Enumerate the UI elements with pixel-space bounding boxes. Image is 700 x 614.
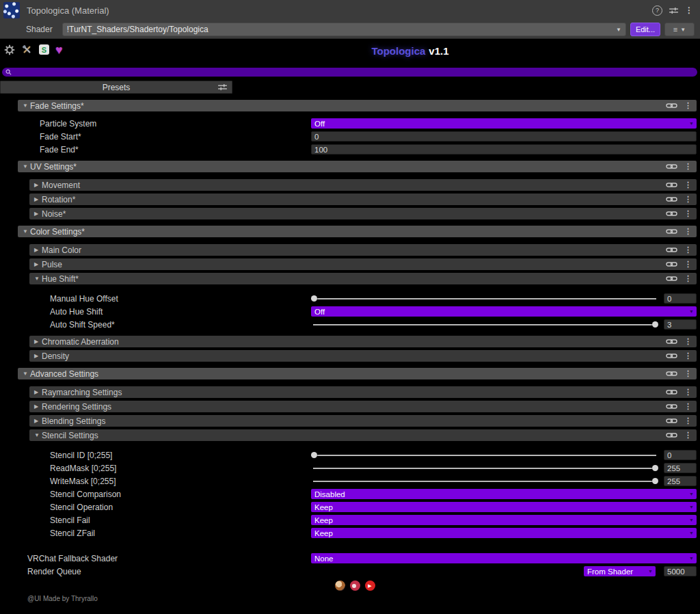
kebab-menu-icon[interactable]: ⋮	[684, 338, 692, 345]
property-row: Stencil Comparison Disabled ▼	[0, 489, 697, 499]
shader-title: Topologicav1.1	[0, 45, 700, 57]
stencil-id-slider[interactable]	[311, 450, 658, 460]
slider-track	[313, 324, 656, 325]
youtube-play-icon[interactable]: ▶	[365, 580, 375, 591]
render-queue-source-dropdown[interactable]: From Shader ▼	[584, 566, 656, 576]
social-links: ▶	[0, 580, 700, 591]
chevron-down-icon: ▼	[689, 492, 694, 496]
link-icon[interactable]	[666, 276, 677, 282]
kebab-menu-icon[interactable]: ⋮	[684, 352, 692, 360]
subsection-header-blending[interactable]: ▶ Blending Settings ⋮	[29, 415, 697, 427]
stencil-zfail-dropdown[interactable]: Keep ▼	[311, 528, 697, 538]
kebab-menu-icon[interactable]: ⋮	[684, 246, 692, 254]
fade-end-input[interactable]	[311, 144, 697, 155]
stencil-id-input[interactable]	[664, 450, 697, 460]
search-bar[interactable]	[2, 68, 697, 77]
slider-knob[interactable]	[652, 321, 658, 328]
window-title: Topologica (Material)	[27, 5, 109, 16]
slider-knob[interactable]	[652, 465, 658, 471]
kebab-menu-icon[interactable]: ⋮	[684, 275, 692, 282]
link-icon[interactable]	[666, 371, 677, 377]
kebab-menu-icon[interactable]: ⋮	[684, 102, 692, 109]
chevron-down-icon: ▼	[689, 518, 694, 522]
kebab-menu-icon[interactable]: ⋮	[684, 261, 692, 268]
kebab-menu-icon[interactable]: ⋮	[684, 388, 692, 396]
kebab-menu-icon[interactable]: ⋮	[684, 181, 692, 189]
kebab-menu-icon[interactable]: ⋮	[684, 228, 692, 235]
kebab-menu-icon[interactable]: ⋮	[684, 417, 692, 425]
shader-label: Shader	[26, 25, 53, 34]
link-icon[interactable]	[666, 432, 677, 438]
link-icon[interactable]	[666, 389, 677, 395]
kebab-menu-icon[interactable]: ⋮	[684, 210, 692, 217]
kebab-menu-icon[interactable]: ⋮	[684, 403, 692, 410]
section-header-fade-settings[interactable]: ▼ Fade Settings* ⋮	[18, 100, 697, 111]
link-icon[interactable]	[666, 228, 677, 235]
property-label: Auto Shift Speed*	[50, 320, 311, 330]
kebab-menu-icon[interactable]: ⋮	[684, 370, 692, 377]
section-header-uv-settings[interactable]: ▼ UV Settings* ⋮	[18, 161, 697, 172]
manual-hue-offset-slider[interactable]	[311, 293, 658, 304]
writemask-input[interactable]	[664, 476, 697, 486]
kebab-menu-icon[interactable]: ⋮	[684, 163, 692, 170]
kebab-menu-icon[interactable]: ⋮	[684, 431, 692, 439]
particle-system-dropdown[interactable]: Off ▼	[311, 118, 697, 129]
slider-knob[interactable]	[652, 478, 658, 484]
section-header-color-settings[interactable]: ▼ Color Settings* ⋮	[18, 226, 697, 237]
subsection-header-rendering[interactable]: ▶ Rendering Settings ⋮	[29, 401, 697, 412]
play-glyph: ▶	[368, 583, 371, 589]
link-icon[interactable]	[666, 353, 677, 359]
link-icon[interactable]	[666, 403, 677, 410]
stencil-fail-dropdown[interactable]: Keep ▼	[311, 515, 697, 525]
subsection-header-noise[interactable]: ▶ Noise* ⋮	[29, 208, 697, 219]
vrchat-fallback-dropdown[interactable]: None ▼	[311, 553, 697, 563]
manual-hue-offset-input[interactable]	[664, 293, 697, 304]
render-queue-input[interactable]	[664, 566, 697, 576]
search-input[interactable]	[14, 68, 694, 77]
link-icon[interactable]	[666, 261, 677, 267]
social-icon-1[interactable]	[335, 580, 345, 591]
presets-icon[interactable]	[669, 7, 678, 14]
presets-button[interactable]: Presets	[0, 81, 232, 94]
link-icon[interactable]	[666, 211, 677, 217]
edit-shader-button[interactable]: Edit...	[630, 23, 660, 36]
help-icon[interactable]: ?	[652, 5, 662, 16]
slider-knob[interactable]	[311, 452, 317, 458]
subsection-header-movement[interactable]: ▶ Movement ⋮	[29, 179, 697, 191]
slider-knob[interactable]	[311, 295, 317, 302]
social-icon-2[interactable]	[350, 580, 360, 591]
property-row: Render Queue From Shader ▼	[0, 566, 697, 576]
link-icon[interactable]	[666, 418, 677, 424]
link-icon[interactable]	[666, 163, 677, 170]
section-header-advanced-settings[interactable]: ▼ Advanced Settings ⋮	[18, 368, 697, 379]
subsection-header-chromatic-aberration[interactable]: ▶ Chromatic Aberration ⋮	[29, 336, 697, 347]
readmask-input[interactable]	[664, 463, 697, 473]
stencil-comparison-dropdown[interactable]: Disabled ▼	[311, 489, 697, 499]
subsection-header-rotation[interactable]: ▶ Rotation* ⋮	[29, 193, 697, 205]
kebab-menu-icon[interactable]: ⋮	[684, 196, 692, 203]
kebab-menu-icon[interactable]: ⋮	[685, 6, 693, 14]
readmask-slider[interactable]	[311, 463, 658, 473]
subsection-header-raymarching[interactable]: ▶ Raymarching Settings ⋮	[29, 386, 697, 398]
shader-dropdown[interactable]: !TurNT_Shaders/Shadertoy/Topologica ▼	[62, 23, 626, 36]
auto-shift-speed-slider[interactable]	[311, 319, 658, 330]
collapse-arrow-icon: ▶	[34, 353, 42, 359]
fade-start-input[interactable]	[311, 131, 697, 142]
subsection-header-pulse[interactable]: ▶ Pulse ⋮	[29, 258, 697, 270]
material-inspector: Topologica (Material) ? ⋮ Shader !TurNT_…	[0, 0, 700, 614]
link-icon[interactable]	[666, 338, 677, 345]
link-icon[interactable]	[666, 247, 677, 253]
subsection-header-main-color[interactable]: ▶ Main Color ⋮	[29, 244, 697, 256]
subsection-header-stencil[interactable]: ▼ Stencil Settings ⋮	[29, 429, 697, 441]
link-icon[interactable]	[666, 196, 677, 202]
writemask-slider[interactable]	[311, 476, 658, 486]
subsection-header-hue-shift[interactable]: ▼ Hue Shift* ⋮	[29, 273, 697, 284]
material-menu-dropdown[interactable]: ≡ ▼	[664, 23, 695, 36]
link-icon[interactable]	[666, 182, 677, 188]
link-icon[interactable]	[666, 103, 677, 109]
stencil-operation-dropdown[interactable]: Keep ▼	[311, 502, 697, 512]
auto-shift-speed-input[interactable]	[664, 319, 697, 330]
subsection-header-density[interactable]: ▶ Density ⋮	[29, 350, 697, 362]
section-label: Advanced Settings	[30, 369, 98, 379]
auto-hue-shift-dropdown[interactable]: Off ▼	[311, 306, 697, 317]
